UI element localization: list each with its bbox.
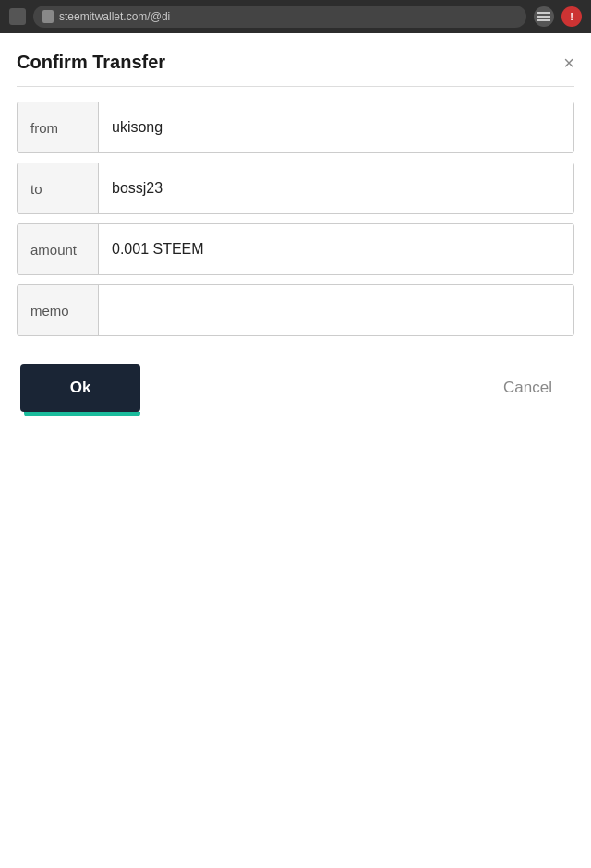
memo-value[interactable] [99,285,573,335]
amount-value: 0.001 STEEM [99,224,573,274]
dialog-title: Confirm Transfer [17,52,165,73]
browser-menu-icon[interactable] [534,6,554,27]
from-row: from ukisong [17,102,574,153]
memo-row: memo [17,284,574,336]
ok-button[interactable]: Ok [20,364,140,412]
cancel-button[interactable]: Cancel [485,369,571,406]
browser-icons-right: ! [534,6,582,27]
browser-bar: steemitwallet.com/@di ! [0,0,591,33]
dialog-actions: Ok Cancel [17,364,574,412]
tab-icon [9,8,26,25]
amount-row: amount 0.001 STEEM [17,223,574,275]
to-value: bossj23 [99,163,573,213]
svg-rect-0 [537,12,550,14]
from-value: ukisong [99,102,573,152]
svg-rect-2 [537,19,550,21]
browser-notification-icon[interactable]: ! [561,6,582,27]
svg-rect-1 [537,16,550,18]
memo-label: memo [18,285,99,335]
lock-icon [42,10,54,23]
dialog-divider [17,86,574,87]
confirm-transfer-dialog: Confirm Transfer × from ukisong to bossj… [0,33,591,430]
close-button[interactable]: × [563,54,574,72]
to-row: to bossj23 [17,163,574,214]
address-bar[interactable]: steemitwallet.com/@di [33,6,526,28]
amount-label: amount [18,224,99,274]
dialog-header: Confirm Transfer × [17,52,574,73]
from-label: from [18,102,99,152]
to-label: to [18,163,99,213]
address-text: steemitwallet.com/@di [59,10,170,23]
